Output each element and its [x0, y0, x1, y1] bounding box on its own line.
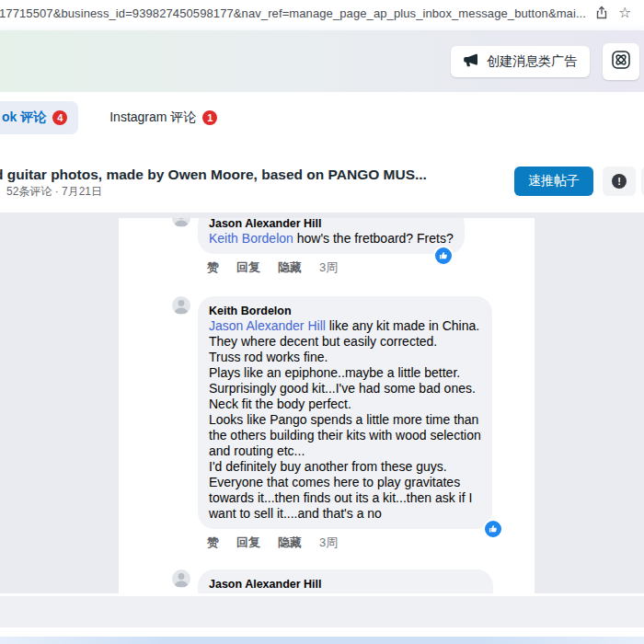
comment-2: Keith Bordelon Jason Alexander Hill like…	[119, 296, 535, 560]
tab-facebook-comments[interactable]: ok 评论 4	[0, 101, 78, 134]
tab-instagram-label: Instagram 评论	[109, 109, 196, 126]
boost-post-button[interactable]: 速推帖子	[514, 167, 593, 196]
comment-text-line: I'd definitely buy another from these gu…	[209, 459, 481, 475]
comment-text-line: Surprisingly good kit...I've had some ba…	[209, 381, 481, 397]
facebook-unread-badge: 4	[52, 110, 67, 125]
mention-link[interactable]: Jason Alexander Hill	[209, 318, 326, 333]
comment-text-line: and routing etc...	[209, 443, 481, 459]
comment-1: Jason Alexander Hill Keith Bordelon how'…	[119, 218, 535, 285]
post-meta: 52条评论 · 7月21日	[6, 184, 102, 200]
like-action[interactable]: 赞	[207, 535, 219, 551]
comment-author[interactable]: Keith Bordelon	[209, 304, 481, 318]
comment-time[interactable]: 3周	[319, 259, 338, 276]
avatar[interactable]	[172, 218, 190, 227]
comment-text-line: They where decent but easily corrected.	[209, 334, 481, 350]
bottom-highlight-bar	[0, 637, 644, 644]
comment-text-line: Neck fit the body perfect.	[209, 397, 481, 412]
comment-time[interactable]: 3周	[319, 535, 338, 551]
meta-atom-icon	[611, 50, 631, 73]
comment-bubble: Jason Alexander Hill Keith Bordelon how'…	[198, 218, 465, 254]
comment-source-tabs: ok 评论 4 Instagram 评论 1	[0, 92, 644, 144]
instagram-unread-badge: 1	[202, 110, 217, 125]
star-icon[interactable]: ☆	[618, 6, 631, 20]
comment-text: like any kit made in China.	[329, 318, 479, 333]
comment-text-line: the others building their kits with wood…	[209, 428, 481, 443]
like-reaction-badge	[433, 246, 454, 266]
comment-actions: 赞 回复 隐藏 3周	[207, 259, 465, 276]
comment-text-line: want to sell it....and that's a no	[209, 506, 481, 522]
comment-text-line: Everyone that comes here to play gravita…	[209, 475, 481, 490]
tab-instagram-comments[interactable]: Instagram 评论 1	[98, 101, 228, 134]
avatar[interactable]	[172, 569, 190, 588]
hide-action[interactable]: 隐藏	[278, 259, 302, 276]
comment-author[interactable]: Jason Alexander Hill	[209, 218, 454, 231]
share-icon[interactable]	[593, 6, 609, 21]
avatar[interactable]	[172, 296, 190, 315]
comments-panel[interactable]: Jason Alexander Hill Keith Bordelon how'…	[119, 218, 535, 593]
comment-bubble: Jason Alexander Hill Keith Bordelon that…	[198, 569, 493, 593]
app-header: 创建消息类广告	[0, 30, 644, 92]
comment-bubble: Keith Bordelon Jason Alexander Hill like…	[198, 296, 492, 529]
megaphone-icon	[464, 53, 479, 70]
meta-business-suite-button[interactable]	[603, 43, 639, 80]
comment-text-line: towards it...then finds out its a kit...…	[209, 490, 481, 506]
browser-bar-icons: ☆	[593, 6, 631, 21]
url-text[interactable]: 17715507&business_id=939827450598177&nav…	[0, 6, 586, 20]
comment-text-line: Looks like Pango spends a little more ti…	[209, 412, 481, 428]
like-action[interactable]: 赞	[207, 259, 219, 276]
post-header: d guitar photos, made by Owen Moore, bas…	[0, 143, 644, 213]
comment-text-line: Plays like an epiphone..maybe a little b…	[209, 365, 481, 381]
post-title: d guitar photos, made by Owen Moore, bas…	[0, 167, 505, 183]
hide-action[interactable]: 隐藏	[278, 535, 302, 551]
tab-facebook-label: ok 评论	[2, 109, 46, 126]
create-message-ad-label: 创建消息类广告	[487, 53, 577, 70]
browser-url-bar[interactable]: 17715507&business_id=939827450598177&nav…	[0, 0, 644, 27]
comment-actions: 赞 回复 隐藏 3周	[207, 535, 492, 551]
comment-text-line: Truss rod works fine.	[209, 350, 481, 365]
footer	[0, 593, 644, 644]
like-reaction-badge	[483, 519, 503, 539]
mention-link[interactable]: Keith Bordelon	[209, 231, 293, 246]
content-area: Jason Alexander Hill Keith Bordelon how'…	[0, 213, 644, 593]
comment-author[interactable]: Jason Alexander Hill	[209, 577, 482, 592]
reply-action[interactable]: 回复	[236, 259, 260, 276]
reply-composer-bar[interactable]	[0, 596, 644, 627]
create-message-ad-button[interactable]: 创建消息类广告	[451, 46, 590, 77]
reply-action[interactable]: 回复	[236, 535, 260, 551]
screen: 17715507&business_id=939827450598177&nav…	[0, 0, 644, 644]
exclamation-icon: !	[612, 174, 627, 189]
comment-text: how's the fretboard? Frets?	[297, 231, 454, 246]
alert-button[interactable]: !	[603, 167, 636, 196]
comment-3: Jason Alexander Hill Keith Bordelon that…	[119, 569, 535, 593]
